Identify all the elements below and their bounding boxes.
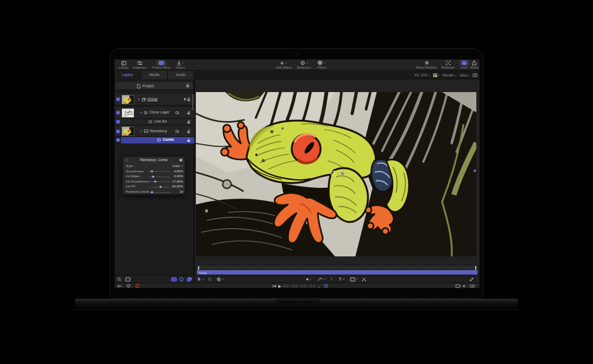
param-value[interactable]: 9.06% (165, 175, 183, 178)
disclosure-triangle[interactable]: ▾ (138, 98, 140, 101)
clock-icon (324, 284, 328, 288)
activation-checkbox[interactable]: ✓ (116, 138, 120, 142)
paint-stroke-tool[interactable]: ∨ (217, 276, 224, 282)
edit-points-tool[interactable]: ◇ (208, 276, 211, 282)
param-label: Ink Smoothness (126, 180, 149, 183)
cursor-icon (197, 277, 201, 282)
slider-thumb[interactable] (152, 176, 154, 178)
film-icon (455, 284, 460, 288)
image-layer-icon (144, 130, 148, 133)
slider-thumb[interactable] (151, 191, 153, 193)
lock-icon[interactable] (187, 112, 190, 115)
hud-param-posterize-levels: Posterize Levels 10 (123, 189, 186, 195)
snap-button[interactable] (126, 284, 131, 288)
filmstrip-view-button[interactable] (125, 276, 131, 282)
layer-row-ramsbury[interactable]: ✓ ▾ Ramsbury (115, 126, 194, 137)
zoom-level-select[interactable]: Fit: 70% ∨ (415, 73, 430, 77)
timeline-clip-comic[interactable]: Comic (197, 270, 477, 275)
mask-tool[interactable]: ∨ (350, 276, 359, 282)
param-value[interactable]: 4.83% (165, 170, 183, 173)
param-value[interactable]: 50.00% (165, 185, 183, 188)
inspector-button[interactable]: Inspector (131, 60, 149, 70)
previous-frame-button[interactable] (272, 284, 276, 288)
layer-row-comic[interactable]: ✓ Comic (115, 137, 194, 143)
tool-chevron: ∨ (222, 278, 224, 280)
flag-icon[interactable] (184, 98, 185, 101)
layer-row-line-art[interactable]: ✓ Line Art (115, 119, 194, 125)
bezier-tool[interactable]: ∨ (318, 276, 326, 282)
text-tool[interactable]: T∨ (339, 276, 345, 282)
render-menu[interactable]: Render ∨ (443, 73, 457, 77)
replicate-button[interactable]: Replicate (439, 60, 457, 70)
disclosure-triangle[interactable]: ▾ (140, 111, 142, 114)
line-tool[interactable]: / (331, 276, 332, 282)
channels-select[interactable]: ∨ (433, 73, 440, 77)
import-button[interactable]: ∨ Import (172, 60, 188, 70)
link-button[interactable] (469, 284, 475, 288)
tab-layers[interactable]: Layers (115, 71, 141, 79)
activation-checkbox[interactable]: ✓ (116, 111, 120, 115)
frog-comic-image[interactable] (196, 92, 476, 256)
hud-button[interactable]: HUD (458, 60, 470, 70)
show-audio-button[interactable] (462, 284, 467, 288)
show-video-tracks-button[interactable] (455, 284, 460, 288)
timing-display-button[interactable] (324, 284, 328, 288)
mute-audio-button[interactable] (117, 284, 122, 288)
isolate-badge-icon[interactable] (176, 130, 179, 133)
out-point-marker[interactable] (475, 266, 476, 270)
lock-icon[interactable] (187, 122, 190, 124)
adjust-around-button[interactable] (469, 276, 474, 282)
layer-row-clone-layer[interactable]: ✓ ▾ Clone Layer (115, 107, 194, 119)
behaviors-button[interactable]: ∨ Behaviors (294, 60, 314, 70)
lock-icon[interactable] (187, 140, 190, 142)
layers-scrollbar[interactable] (192, 94, 194, 110)
check-icon: ✓ (117, 138, 119, 141)
show-timeline-toggle[interactable] (171, 276, 177, 282)
tab-media[interactable]: Media (141, 71, 168, 79)
timeline-icon (171, 277, 177, 282)
lock-icon[interactable] (187, 99, 190, 101)
tool-chevron: ∨ (343, 278, 345, 280)
show-audio-timeline-toggle[interactable] (187, 276, 192, 282)
in-point-marker[interactable] (198, 266, 199, 270)
slider-thumb[interactable] (159, 186, 162, 188)
style-select[interactable]: Color ∨ (165, 164, 183, 168)
timecode-chevron[interactable]: ∨ (318, 285, 320, 288)
activation-checkbox[interactable]: ✓ (116, 97, 120, 101)
timecode-display[interactable]: 00:00:00:00 (283, 284, 316, 288)
activation-checkbox[interactable]: ✓ (116, 130, 120, 133)
layer-row-project[interactable]: Project (116, 82, 193, 90)
activation-checkbox[interactable]: ✓ (116, 120, 120, 124)
loop-record-button[interactable] (135, 284, 140, 288)
make-particles-button[interactable]: Make Particles (414, 60, 439, 70)
behaviors-icon (300, 60, 305, 65)
crop-tool[interactable] (362, 276, 366, 282)
share-button[interactable]: Share (469, 60, 480, 70)
rectangle-tool[interactable]: ■∨ (306, 276, 311, 282)
info-icon[interactable] (179, 158, 183, 162)
play-button[interactable]: ▶ (278, 284, 281, 288)
add-object-button[interactable]: ∨ Add Object (273, 60, 294, 70)
show-keyframe-editor-toggle[interactable] (179, 276, 184, 282)
library-button[interactable]: Library (117, 60, 131, 70)
motion-app-window: Library Inspector Project Pane ∨ Import … (115, 59, 480, 288)
filters-button[interactable]: ∨ Filters (314, 60, 330, 70)
laptop-lid-notch (275, 299, 320, 303)
layer-row-group[interactable]: ✓ ▾ Group (115, 94, 194, 105)
display-layout-button[interactable] (473, 73, 477, 77)
project-pane-button[interactable]: Project Pane (149, 60, 173, 70)
param-value[interactable]: 10 (165, 190, 183, 193)
select-transform-tool[interactable]: ∨ (197, 276, 204, 282)
canvas-viewport[interactable]: Comic (195, 79, 480, 275)
slider-thumb[interactable] (151, 170, 153, 172)
disclosure-triangle[interactable]: ▾ (140, 130, 142, 133)
lock-icon[interactable] (186, 85, 189, 87)
timeline-ruler[interactable] (197, 265, 477, 270)
lock-icon[interactable] (187, 131, 190, 133)
param-value[interactable]: 17.26% (165, 180, 183, 183)
isolate-badge-icon[interactable] (176, 111, 179, 114)
tab-audio[interactable]: Audio (168, 71, 194, 79)
view-menu[interactable]: View ∨ (460, 73, 470, 77)
slider-thumb[interactable] (154, 180, 156, 183)
search-button[interactable] (117, 276, 121, 282)
